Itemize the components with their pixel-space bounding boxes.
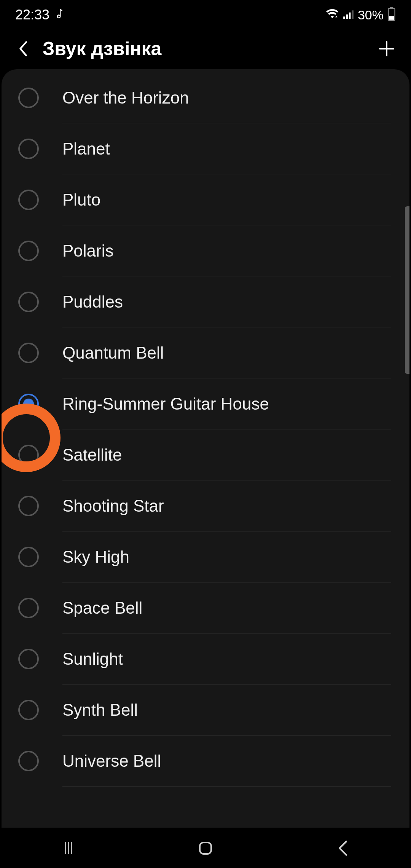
ringtone-label: Sky High [62, 547, 129, 566]
back-button[interactable] [14, 40, 32, 58]
ringtone-row[interactable]: Space Bell [2, 582, 409, 633]
app-bar: Звук дзвінка [0, 30, 411, 68]
ringtone-list[interactable]: Over the HorizonPlanetPlutoPolarisPuddle… [2, 69, 409, 787]
radio-button[interactable] [18, 190, 39, 210]
radio-button[interactable] [18, 343, 39, 363]
ringtone-row[interactable]: Satellite [2, 429, 409, 480]
svg-rect-6 [389, 16, 394, 20]
ringtone-label: Synth Bell [62, 700, 138, 720]
ringtone-row[interactable]: Ring-Summer Guitar House [2, 378, 409, 429]
status-time: 22:33 [15, 7, 49, 23]
signal-icon [342, 9, 354, 21]
radio-button[interactable] [18, 139, 39, 159]
ringtone-label: Universe Bell [62, 752, 161, 771]
ringtone-label: Over the Horizon [62, 88, 189, 107]
ringtone-row[interactable]: Polaris [2, 225, 409, 276]
radio-button[interactable] [18, 292, 39, 312]
music-icon [55, 8, 65, 21]
ringtone-label: Space Bell [62, 598, 142, 617]
ringtone-label: Sunlight [62, 649, 123, 669]
ringtone-row[interactable]: Universe Bell [2, 736, 409, 787]
radio-inner [23, 399, 34, 409]
navigation-bar [0, 828, 411, 868]
ringtone-label: Quantum Bell [62, 343, 164, 362]
radio-button[interactable] [18, 241, 39, 261]
status-bar: 22:33 30% [0, 0, 411, 30]
ringtone-row[interactable]: Planet [2, 123, 409, 174]
ringtone-label: Planet [62, 139, 110, 158]
ringtone-row[interactable]: Quantum Bell [2, 327, 409, 378]
battery-icon [387, 7, 396, 22]
svg-rect-2 [349, 13, 350, 19]
status-right: 30% [326, 7, 396, 22]
ringtone-row[interactable]: Shooting Star [2, 480, 409, 531]
ringtone-label: Ring-Summer Guitar House [62, 394, 269, 413]
ringtone-label: Polaris [62, 241, 114, 260]
nav-back[interactable] [327, 833, 358, 863]
radio-button[interactable] [18, 700, 39, 720]
battery-text: 30% [358, 8, 384, 22]
scroll-indicator[interactable] [405, 206, 409, 374]
divider [62, 786, 391, 787]
content: Over the HorizonPlanetPlutoPolarisPuddle… [2, 69, 409, 828]
ringtone-row[interactable]: Synth Bell [2, 685, 409, 736]
ringtone-label: Shooting Star [62, 496, 164, 515]
radio-button[interactable] [18, 88, 39, 108]
page-title: Звук дзвінка [43, 38, 376, 60]
ringtone-label: Pluto [62, 190, 100, 209]
ringtone-label: Satellite [62, 445, 122, 464]
radio-button[interactable] [18, 751, 39, 771]
ringtone-row[interactable]: Pluto [2, 174, 409, 225]
nav-recents[interactable] [53, 833, 84, 863]
radio-button[interactable] [18, 547, 39, 567]
radio-button[interactable] [18, 394, 39, 414]
add-button[interactable] [376, 38, 397, 59]
nav-home[interactable] [190, 833, 221, 863]
svg-rect-7 [200, 842, 211, 854]
radio-button[interactable] [18, 445, 39, 465]
radio-button[interactable] [18, 496, 39, 516]
ringtone-row[interactable]: Sunlight [2, 633, 409, 685]
svg-rect-0 [343, 16, 345, 19]
radio-button[interactable] [18, 649, 39, 669]
ringtone-row[interactable]: Over the Horizon [2, 72, 409, 123]
svg-rect-1 [346, 14, 348, 19]
status-left: 22:33 [15, 7, 65, 23]
ringtone-row[interactable]: Sky High [2, 531, 409, 582]
svg-rect-3 [352, 10, 354, 19]
ringtone-row[interactable]: Puddles [2, 276, 409, 327]
ringtone-label: Puddles [62, 292, 123, 311]
radio-button[interactable] [18, 598, 39, 618]
wifi-icon [326, 9, 339, 21]
